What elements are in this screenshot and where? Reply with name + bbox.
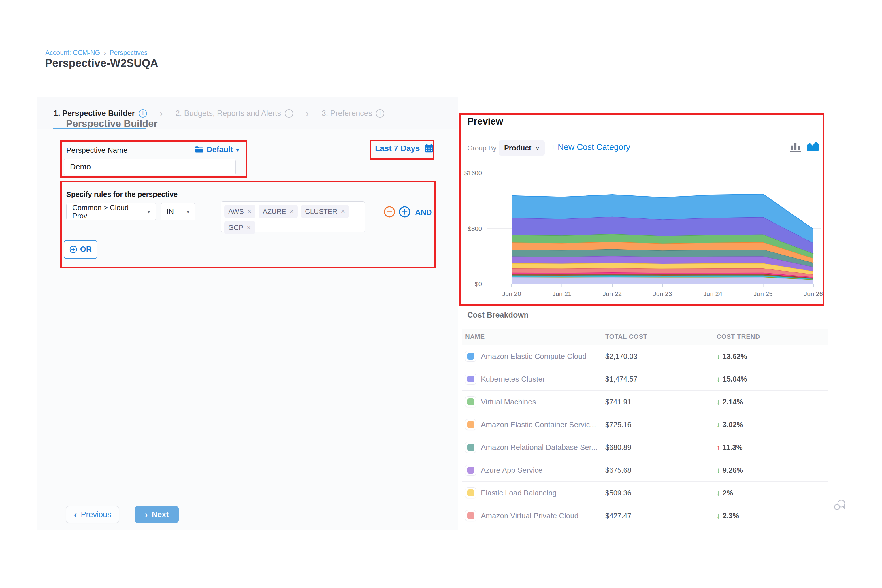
chevron-right-icon [145, 510, 148, 519]
product-name: Amazon Relational Database Ser... [481, 443, 597, 452]
product-name: Amazon Virtual Private Cloud [481, 512, 579, 520]
trend-down-arrow-icon [717, 420, 720, 429]
cost-breakdown-heading: Cost Breakdown [467, 311, 529, 320]
cost-trend-cell: 2.3% [713, 512, 828, 520]
rule-value-label: GCP [228, 224, 243, 232]
series-legend-swatch [465, 351, 476, 362]
folder-value: Default [207, 145, 233, 154]
trend-down-arrow-icon [717, 352, 720, 361]
table-row[interactable]: Virtual Machines$741.912.14% [462, 390, 828, 413]
next-button[interactable]: Next [135, 506, 179, 523]
rule-field-value: Common > Cloud Prov... [72, 204, 143, 220]
perspective-name-input[interactable] [64, 159, 236, 175]
product-name: Amazon Elastic Container Servic... [481, 420, 596, 429]
calendar-icon [424, 144, 434, 153]
rule-value-chip[interactable]: CLUSTER [301, 205, 349, 218]
tab-label: 2. Budgets, Reports and Alerts [176, 109, 281, 118]
rule-field-select[interactable]: Common > Cloud Prov... [66, 203, 156, 220]
product-name: Elastic Load Balancing [481, 489, 556, 498]
remove-value-icon[interactable] [247, 208, 252, 215]
trend-percent: 2.14% [723, 398, 743, 406]
bar-chart-toggle-icon[interactable] [790, 141, 802, 153]
total-cost-value: $725.16 [602, 420, 713, 429]
page-title: Perspective-W2SUQA [45, 57, 158, 69]
column-header-total-cost: TOTAL COST [602, 333, 713, 340]
remove-rule-icon[interactable] [383, 206, 396, 218]
group-by-value: Product [504, 144, 531, 152]
remove-value-icon[interactable] [247, 224, 251, 231]
table-row[interactable]: Kubernetes Cluster$1,474.5715.04% [462, 368, 828, 390]
table-row[interactable]: Amazon Virtual Private Cloud$427.472.3% [462, 504, 828, 527]
trend-percent: 9.26% [723, 466, 743, 474]
rule-operator-select[interactable]: IN [160, 203, 195, 220]
series-legend-swatch [465, 442, 476, 453]
series-legend-swatch [465, 419, 476, 430]
tab-1[interactable]: 1. Perspective Builder [54, 109, 147, 118]
date-range-label: Last 7 Days [375, 144, 420, 153]
table-row[interactable]: Azure App Service$675.689.26% [462, 459, 828, 482]
add-rule-icon[interactable] [399, 206, 411, 218]
previous-label: Previous [81, 510, 111, 519]
cost-stacked-area-chart: $0$800$1600Jun 20Jun 21Jun 22Jun 23Jun 2… [455, 161, 833, 300]
remove-value-icon[interactable] [290, 208, 294, 215]
breadcrumb-account-link[interactable]: Account: CCM-NG [45, 49, 100, 57]
breadcrumb-perspectives-link[interactable]: Perspectives [110, 49, 148, 57]
product-name: Azure App Service [481, 466, 543, 475]
group-by-select[interactable]: Product [499, 140, 545, 156]
tab-separator-chevron-icon [160, 108, 163, 119]
column-header-name: NAME [462, 333, 602, 340]
rule-value-chip[interactable]: AWS [224, 205, 255, 218]
folder-selector[interactable]: Default [195, 145, 239, 154]
svg-text:Jun 24: Jun 24 [703, 290, 722, 297]
tab-3[interactable]: 3. Preferences [322, 109, 384, 118]
series-legend-swatch [465, 488, 476, 498]
table-row[interactable]: Amazon Relational Database Ser...$680.89… [462, 436, 828, 459]
total-cost-value: $675.68 [602, 466, 713, 474]
tab-2[interactable]: 2. Budgets, Reports and Alerts [176, 109, 293, 118]
info-icon [139, 109, 147, 118]
and-label: AND [415, 208, 432, 217]
remove-value-icon[interactable] [341, 208, 345, 215]
tab-label: 3. Preferences [322, 109, 372, 118]
rule-value-chip[interactable]: GCP [224, 221, 255, 234]
series-legend-swatch [465, 465, 476, 476]
next-label: Next [152, 510, 169, 519]
cost-trend-cell: 11.3% [713, 443, 828, 452]
rule-values-box[interactable]: AWSAZURECLUSTERGCP [220, 201, 365, 232]
table-row[interactable]: Elastic Load Balancing$509.362% [462, 482, 828, 504]
builder-pane [37, 129, 458, 530]
info-icon [376, 109, 384, 118]
previous-button[interactable]: Previous [66, 506, 119, 523]
new-cost-category-link[interactable]: + New Cost Category [550, 142, 630, 152]
add-or-rule-button[interactable]: OR [64, 240, 98, 259]
series-legend-swatch [465, 374, 476, 384]
svg-text:$800: $800 [468, 225, 482, 232]
series-legend-swatch [465, 396, 476, 407]
total-cost-value: $680.89 [602, 443, 713, 452]
tab-label: 1. Perspective Builder [54, 109, 135, 118]
rule-value-label: CLUSTER [305, 207, 337, 216]
preview-heading: Preview [467, 116, 503, 127]
date-range-picker[interactable]: Last 7 Days [375, 144, 434, 153]
or-label: OR [80, 245, 92, 254]
rules-section-label: Specify rules for the perspective [66, 190, 177, 199]
rule-value-chip[interactable]: AZURE [258, 205, 298, 218]
chevron-down-icon [236, 146, 239, 153]
column-header-cost-trend: COST TREND [713, 333, 828, 340]
breadcrumb-chevron-icon [104, 48, 106, 57]
trend-percent: 2.3% [723, 512, 739, 520]
table-row[interactable]: Amazon Elastic Container Servic...$725.1… [462, 413, 828, 436]
builder-heading: Perspective Builder [66, 118, 158, 129]
trend-percent: 15.04% [723, 375, 747, 383]
svg-text:$0: $0 [475, 280, 482, 288]
total-cost-value: $1,474.57 [602, 375, 713, 383]
svg-text:Jun 23: Jun 23 [653, 290, 672, 297]
folder-icon [195, 146, 204, 153]
cost-trend-cell: 9.26% [713, 466, 828, 475]
help-chat-icon[interactable] [834, 499, 847, 512]
trend-percent: 13.62% [723, 352, 747, 361]
trend-percent: 2% [723, 489, 733, 497]
table-row[interactable]: Amazon Elastic Compute Cloud$2,170.0313.… [462, 345, 828, 368]
area-chart-toggle-icon[interactable] [806, 140, 819, 153]
tab-separator-chevron-icon [306, 108, 309, 119]
